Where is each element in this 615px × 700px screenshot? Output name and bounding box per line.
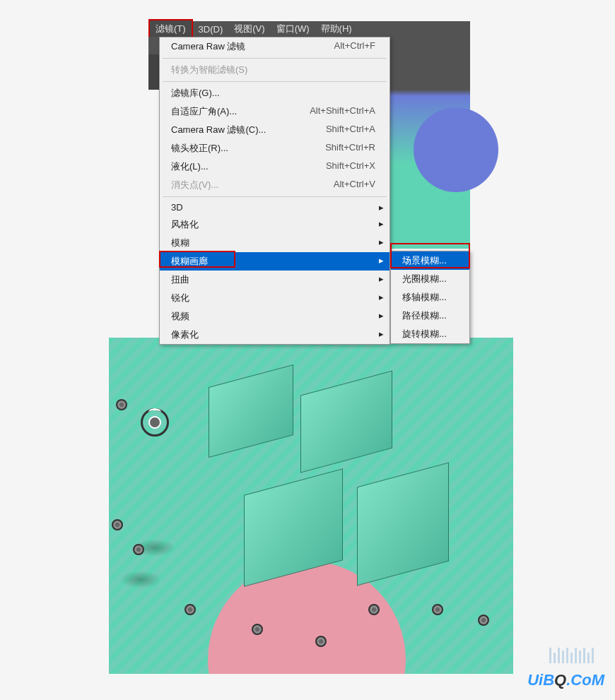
menu-pixelate-submenu[interactable]: 像素化 ▸ [160,326,390,344]
menu-3d-submenu[interactable]: 3D ▸ [160,199,390,215]
menu-blur-submenu[interactable]: 模糊 ▸ [160,234,390,252]
blur-pin[interactable] [133,544,144,555]
submenu-spin-blur[interactable]: 旋转模糊... [391,325,469,343]
chevron-right-icon: ▸ [379,218,384,229]
watermark: UiBQ.CoM [527,671,604,689]
blur-gallery-submenu: 场景模糊... 光圈模糊... 移轴模糊... 路径模糊... 旋转模糊... [390,251,470,344]
watermark-text-1: UiB [527,671,554,689]
menu-stylize-submenu[interactable]: 风格化 ▸ [160,215,390,234]
filter-dropdown-menu: Camera Raw 滤镜 Alt+Ctrl+F 转换为智能滤镜(S) 滤镜库(… [159,37,390,345]
menu-separator [163,196,387,197]
menu-convert-smart-filters: 转换为智能滤镜(S) [160,61,390,79]
chevron-right-icon: ▸ [379,310,384,321]
menu-label: 扭曲 [171,273,189,286]
chevron-right-icon: ▸ [379,255,384,266]
menu-view[interactable]: 视图(V) [228,20,270,37]
menu-separator [163,81,387,82]
menu-liquify[interactable]: 液化(L)... Shift+Ctrl+X [160,158,390,176]
submenu-tilt-shift[interactable]: 移轴模糊... [391,288,469,307]
menu-label: 3D [171,202,183,213]
menu-separator [163,58,387,59]
canvas-decoration [414,107,498,192]
menu-help[interactable]: 帮助(H) [315,20,358,37]
chevron-right-icon: ▸ [379,292,384,302]
blur-pin[interactable] [432,604,443,615]
menu-video-submenu[interactable]: 视频 ▸ [160,307,390,326]
menu-label: 风格化 [171,218,199,231]
menu-label: 旋转模糊... [402,328,447,340]
blur-pin[interactable] [252,624,263,635]
submenu-path-blur[interactable]: 路径模糊... [391,307,469,325]
menu-label: 移轴模糊... [402,291,447,304]
menu-shortcut: Shift+Ctrl+R [325,142,375,155]
menu-shortcut: Shift+Ctrl+A [326,124,375,136]
canvas-artwork[interactable] [109,338,513,674]
blur-pin[interactable] [112,519,123,530]
menu-sharpen-submenu[interactable]: 锐化 ▸ [160,289,390,307]
menu-lens-correction[interactable]: 镜头校正(R)... Shift+Ctrl+R [160,139,390,158]
menu-3d[interactable]: 3D(D) [193,22,229,37]
menu-label: 自适应广角(A)... [171,105,237,118]
canvas-background [390,37,470,249]
menu-label: 场景模糊... [402,254,447,267]
menu-vanishing-point: 消失点(V)... Alt+Ctrl+V [160,176,390,194]
menu-label: Camera Raw 滤镜(C)... [171,124,266,136]
menu-label: 镜头校正(R)... [171,142,228,155]
menu-label: 视频 [171,310,189,323]
blur-pin[interactable] [368,604,380,615]
menu-label: 像素化 [171,328,199,341]
shadow-decoration [119,571,162,588]
blur-pin[interactable] [184,604,196,615]
chevron-right-icon: ▸ [379,202,384,213]
menu-window[interactable]: 窗口(W) [271,20,315,37]
menu-label: 模糊 [171,237,189,249]
menu-label: Camera Raw 滤镜 [171,40,245,53]
chevron-right-icon: ▸ [379,237,384,247]
chevron-right-icon: ▸ [379,328,384,339]
menu-label: 转换为智能滤镜(S) [171,64,247,76]
submenu-field-blur[interactable]: 场景模糊... [391,251,469,270]
menu-blur-gallery-submenu[interactable]: 模糊画廊 ▸ [160,252,390,271]
blur-pin-active[interactable] [141,408,169,437]
menu-shortcut: Shift+Ctrl+X [326,160,375,173]
menu-shortcut: Alt+Ctrl+F [334,40,375,53]
isometric-text-blocks [152,355,470,623]
menu-label: 液化(L)... [171,160,209,173]
menu-adaptive-wide-angle[interactable]: 自适应广角(A)... Alt+Shift+Ctrl+A [160,102,390,121]
watermark-text-3: .CoM [566,671,604,689]
menu-filter[interactable]: 滤镜(T) [148,19,193,39]
menu-shortcut: Alt+Ctrl+V [334,179,375,191]
watermark-text-2: Q [554,671,566,689]
menu-label: 光圈模糊... [402,273,447,285]
barcode-decoration [549,648,594,663]
chevron-right-icon: ▸ [379,273,384,284]
menu-label: 锐化 [171,292,189,304]
menu-shortcut: Alt+Shift+Ctrl+A [310,105,375,118]
menu-distort-submenu[interactable]: 扭曲 ▸ [160,271,390,289]
blur-pin[interactable] [315,636,327,647]
menu-label: 模糊画廊 [171,255,208,268]
menu-label: 路径模糊... [402,309,447,322]
menu-label: 滤镜库(G)... [171,87,220,100]
blur-pin[interactable] [116,399,127,410]
submenu-iris-blur[interactable]: 光圈模糊... [391,270,469,288]
menu-camera-raw-filter[interactable]: Camera Raw 滤镜(C)... Shift+Ctrl+A [160,121,390,139]
menu-label: 消失点(V)... [171,179,218,191]
menubar: 滤镜(T) 3D(D) 视图(V) 窗口(W) 帮助(H) [148,21,470,37]
menu-filter-gallery[interactable]: 滤镜库(G)... [160,84,390,102]
blur-pin[interactable] [478,615,489,626]
menu-camera-raw-last[interactable]: Camera Raw 滤镜 Alt+Ctrl+F [160,37,390,56]
